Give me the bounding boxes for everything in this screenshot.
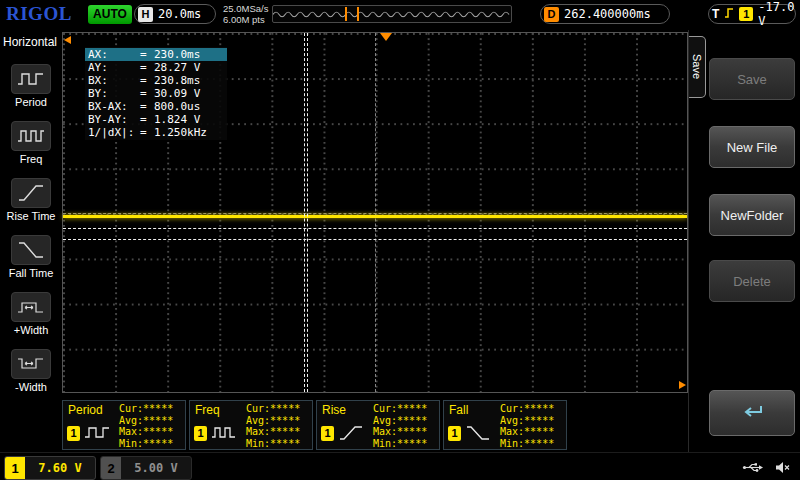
rise-icon	[338, 424, 364, 446]
cursor-row-label: 1/|dX|:	[88, 126, 140, 139]
measurement-stat: Avg:*****	[119, 415, 173, 427]
measurement-panel-freq: Freq 1 Cur:***** Avg:***** Max:***** Min…	[189, 400, 313, 450]
save-button[interactable]: Save	[709, 58, 795, 100]
equals-sign: =	[140, 126, 154, 139]
cursor-row-by-ay: BY-AY: = 1.824 V	[85, 113, 227, 126]
cursor-row-label: BY-AY:	[88, 113, 140, 126]
trigger-label: T	[712, 7, 719, 21]
freq-icon	[211, 424, 237, 446]
cursor-row-label: BX-AX:	[88, 100, 140, 113]
cursor-row-value: 30.09 V	[154, 87, 224, 100]
delete-button[interactable]: Delete	[709, 260, 795, 302]
cursor-row-label: AX:	[88, 48, 140, 61]
trigger-position-marker[interactable]	[380, 33, 392, 41]
acquisition-info: 25.0MSa/s 6.00M pts	[223, 3, 268, 25]
sidebar-item-freq[interactable]: Freq	[11, 121, 51, 165]
cursor-row-ax: AX: = 230.0ms	[85, 48, 227, 61]
sidebar-item-period[interactable]: Period	[11, 64, 51, 108]
run-status-badge[interactable]: AUTO	[88, 5, 132, 24]
center-horizontal-gridline	[63, 213, 687, 214]
sample-rate-value: 25.0MSa/s	[223, 3, 268, 14]
speaker-muted-icon[interactable]	[775, 460, 790, 478]
cursor-row-value: 230.8ms	[154, 74, 224, 87]
memory-depth-value: 6.00M pts	[223, 14, 268, 25]
fall-time-icon	[11, 235, 51, 265]
plus-width-icon	[11, 292, 51, 322]
sidebar-item-label: Freq	[20, 154, 43, 165]
rigol-logo: RIGOL	[6, 3, 72, 25]
measurement-name: Fall	[449, 403, 468, 417]
channel-badge: 1	[448, 426, 461, 441]
measurement-stat: Cur:*****	[500, 403, 554, 415]
measurement-stat: Max:*****	[373, 426, 427, 438]
sidebar-item-plus-width[interactable]: +Width	[11, 292, 51, 336]
cursor-readout-box: AX: = 230.0ms AY: = 28.27 V BX: = 230.8m…	[85, 47, 227, 140]
measurement-stat: Avg:*****	[373, 415, 427, 427]
waveform-preview[interactable]	[272, 5, 512, 23]
measurement-stat: Min:*****	[246, 438, 300, 450]
measurement-name: Period	[68, 403, 103, 417]
measurement-panel-period: Period 1 Cur:***** Avg:***** Max:***** M…	[62, 400, 186, 450]
new-file-button[interactable]: New File	[709, 126, 795, 168]
measurement-stat: Max:*****	[119, 426, 173, 438]
cursor-row-ay: AY: = 28.27 V	[85, 61, 227, 74]
trigger-level-value: -17.0 V	[758, 0, 794, 28]
new-folder-button[interactable]: NewFolder	[709, 194, 795, 236]
measurement-name: Freq	[195, 403, 220, 417]
freq-icon	[11, 121, 51, 151]
cursor-row-label: AY:	[88, 61, 140, 74]
preview-waveform-icon	[273, 6, 511, 22]
sidebar-item-label: +Width	[14, 325, 49, 336]
measurement-stat: Cur:*****	[246, 403, 300, 415]
equals-sign: =	[140, 48, 154, 61]
horizontal-measure-sidebar: Horizontal Period Freq Rise Time Fall Ti…	[0, 30, 62, 452]
sidebar-item-label: -Width	[15, 382, 47, 393]
channel-badge: 1	[194, 426, 207, 441]
cursor-row-value: 28.27 V	[154, 61, 224, 74]
status-bar: 1 7.60 V 2 5.00 V	[0, 452, 800, 480]
offscreen-right-marker	[679, 381, 686, 389]
cursor-row-label: BY:	[88, 87, 140, 100]
return-button[interactable]	[709, 390, 795, 436]
equals-sign: =	[140, 61, 154, 74]
channel2-status[interactable]: 2 5.00 V	[100, 456, 192, 480]
cursor-a-horizontal-line[interactable]	[63, 228, 687, 229]
measurement-stat: Max:*****	[500, 426, 554, 438]
equals-sign: =	[140, 113, 154, 126]
offscreen-left-marker	[64, 36, 71, 44]
channel1-badge: 1	[5, 457, 25, 479]
return-arrow-icon	[739, 403, 765, 424]
cursor-a-vertical-line[interactable]	[304, 33, 305, 392]
measurement-stat: Max:*****	[246, 426, 300, 438]
channel1-status[interactable]: 1 7.60 V	[4, 456, 96, 480]
cursor-b-horizontal-line[interactable]	[63, 239, 687, 240]
measurement-stats: Cur:***** Avg:***** Max:***** Min:*****	[373, 403, 427, 449]
sidebar-item-rise-time[interactable]: Rise Time	[7, 178, 56, 222]
oscilloscope-screen: RIGOL AUTO H 20.0ms 25.0MSa/s 6.00M pts …	[0, 0, 800, 480]
cursor-row-bx: BX: = 230.8ms	[85, 74, 227, 87]
delay-group[interactable]: D 262.400000ms	[540, 4, 670, 24]
cursor-row-value: 1.250kHz	[154, 126, 224, 139]
channel2-scale: 5.00 V	[121, 461, 191, 475]
horizontal-scale-group[interactable]: H 20.0ms	[134, 4, 216, 24]
measurement-stat: Min:*****	[119, 438, 173, 450]
cursor-row-value: 800.0us	[154, 100, 224, 113]
measurement-stat: Cur:*****	[119, 403, 173, 415]
equals-sign: =	[140, 100, 154, 113]
menu-tab-save[interactable]: Save	[689, 36, 706, 98]
channel2-badge: 2	[101, 457, 121, 479]
channel-badge: 1	[67, 426, 80, 441]
rise-time-icon	[11, 178, 51, 208]
preview-window-right-marker[interactable]	[357, 7, 359, 21]
delay-value: 262.400000ms	[564, 7, 651, 21]
equals-sign: =	[140, 74, 154, 87]
measurement-stats: Cur:***** Avg:***** Max:***** Min:*****	[246, 403, 300, 449]
usb-icon	[742, 460, 764, 478]
trigger-group[interactable]: T 1 -17.0 V	[708, 4, 796, 24]
sidebar-item-fall-time[interactable]: Fall Time	[9, 235, 54, 279]
preview-window-left-marker[interactable]	[345, 7, 347, 21]
measurement-stat: Min:*****	[373, 438, 427, 450]
graticule: AX: = 230.0ms AY: = 28.27 V BX: = 230.8m…	[62, 32, 688, 393]
cursor-b-vertical-line[interactable]	[307, 33, 308, 392]
sidebar-item-minus-width[interactable]: -Width	[11, 349, 51, 393]
